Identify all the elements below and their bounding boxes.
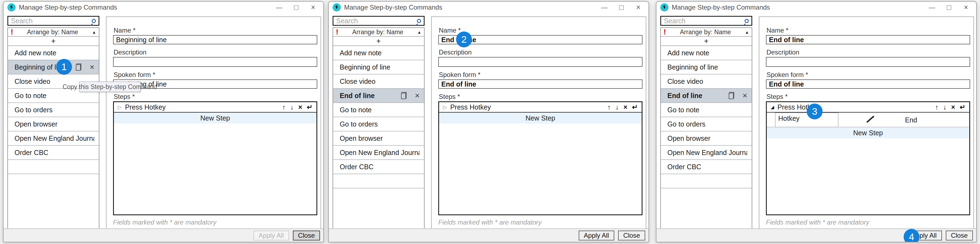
list-item[interactable]: Go to note xyxy=(333,103,424,117)
apply-all-button[interactable]: Apply All xyxy=(253,231,289,241)
list-item[interactable]: Beginning of line xyxy=(661,60,752,75)
maximize-icon[interactable]: □ xyxy=(940,3,958,12)
move-step-up-icon[interactable]: ↑ xyxy=(282,103,285,111)
search-input[interactable]: Search xyxy=(660,16,752,26)
list-item[interactable]: Open New England Journal xyxy=(333,146,424,160)
list-item-selected[interactable]: Beginning of line × xyxy=(8,60,99,75)
new-step-row[interactable]: New Step xyxy=(114,113,317,123)
copy-command-icon[interactable] xyxy=(401,92,407,99)
maximize-icon[interactable]: □ xyxy=(288,3,305,12)
move-step-down-icon[interactable]: ↓ xyxy=(943,103,947,111)
sort-ascending-icon[interactable]: ▲ xyxy=(417,30,421,35)
close-window-icon[interactable]: × xyxy=(958,3,975,12)
close-window-icon[interactable]: × xyxy=(630,3,647,12)
search-icon[interactable] xyxy=(745,19,749,23)
undo-step-icon[interactable]: ↵ xyxy=(632,103,638,111)
list-item-label: Go to note xyxy=(14,92,94,100)
list-item[interactable]: Open browser xyxy=(333,131,424,146)
copy-command-icon[interactable] xyxy=(729,92,734,99)
list-item[interactable]: Order CBC xyxy=(661,160,752,174)
undo-step-icon[interactable]: ↵ xyxy=(307,103,313,111)
description-field[interactable] xyxy=(438,57,643,67)
list-item-selected[interactable]: End of line × xyxy=(333,89,424,103)
list-item[interactable]: Open New England Journal xyxy=(661,146,752,160)
titlebar[interactable]: Manage Step-by-step Commands — □ × xyxy=(3,2,323,13)
list-item[interactable]: Go to orders xyxy=(333,117,424,131)
delete-command-icon[interactable]: × xyxy=(742,91,747,100)
delete-command-icon[interactable]: × xyxy=(415,91,420,100)
search-icon[interactable] xyxy=(92,19,96,23)
list-item-label: Add new note xyxy=(667,49,747,57)
list-item[interactable]: Open browser xyxy=(8,117,99,131)
minimize-icon[interactable]: — xyxy=(596,3,613,11)
list-item[interactable]: Order CBC xyxy=(333,160,424,174)
delete-command-icon[interactable]: × xyxy=(89,63,94,71)
expander-collapsed-icon[interactable]: ▷ xyxy=(118,104,122,110)
search-input[interactable]: Search xyxy=(332,16,425,26)
search-icon[interactable] xyxy=(417,19,421,23)
delete-step-icon[interactable]: × xyxy=(951,103,955,111)
delete-step-icon[interactable]: × xyxy=(623,103,627,111)
hotkey-field[interactable]: Hotkey xyxy=(775,113,838,128)
expander-collapsed-icon[interactable]: ▷ xyxy=(443,104,447,110)
list-item[interactable]: Go to orders xyxy=(8,103,99,117)
list-item[interactable]: Open browser xyxy=(661,131,752,146)
list-item[interactable]: Beginning of line xyxy=(333,60,424,75)
step-row-press-hotkey[interactable]: ◢ Press Hotkey ↑ ↓ × ↵ xyxy=(767,102,969,113)
list-item[interactable]: Close video xyxy=(661,75,752,89)
apply-all-button[interactable]: Apply All xyxy=(579,231,614,241)
arrange-by-header[interactable]: ! Arrange by: Name ▲ xyxy=(333,28,424,37)
step-row-press-hotkey[interactable]: ▷ Press Hotkey ↑ ↓ × ↵ xyxy=(439,102,642,113)
new-step-row[interactable]: New Step xyxy=(767,128,969,138)
annotation-badge-3: 3 xyxy=(807,104,822,120)
search-input[interactable]: Search xyxy=(7,16,99,26)
list-item-selected[interactable]: End of line × xyxy=(661,89,752,103)
add-command-button[interactable]: + xyxy=(333,37,424,46)
undo-step-icon[interactable]: ↵ xyxy=(960,103,966,111)
name-field[interactable]: End of line xyxy=(766,35,970,45)
list-item-label: Add new note xyxy=(14,49,94,57)
edit-pencil-icon[interactable] xyxy=(865,116,876,124)
close-button[interactable]: Close xyxy=(293,231,320,241)
list-item[interactable]: Add new note xyxy=(333,46,424,60)
list-item[interactable]: Go to note xyxy=(661,103,752,117)
minimize-icon[interactable]: — xyxy=(271,3,288,11)
step-row-press-hotkey[interactable]: ▷ Press Hotkey ↑ ↓ × ↵ xyxy=(114,102,317,113)
copy-command-icon[interactable] xyxy=(76,64,81,71)
close-button[interactable]: Close xyxy=(946,231,973,241)
spoken-form-field[interactable]: End of line xyxy=(438,80,643,89)
delete-step-icon[interactable]: × xyxy=(298,103,302,111)
maximize-icon[interactable]: □ xyxy=(613,3,630,12)
move-step-up-icon[interactable]: ↑ xyxy=(607,103,611,111)
list-item[interactable]: Order CBC xyxy=(8,146,99,160)
list-item[interactable]: Open New England Journal xyxy=(8,131,99,146)
list-item[interactable]: Close video xyxy=(333,75,424,89)
list-item[interactable]: Add new note xyxy=(8,46,99,60)
sort-ascending-icon[interactable]: ▲ xyxy=(745,30,749,35)
expander-expanded-icon[interactable]: ◢ xyxy=(771,104,774,110)
add-command-button[interactable]: + xyxy=(8,37,99,46)
close-window-icon[interactable]: × xyxy=(305,3,321,12)
add-command-button[interactable]: + xyxy=(661,37,752,46)
list-item[interactable]: Add new note xyxy=(661,46,752,60)
new-step-row[interactable]: New Step xyxy=(439,113,642,123)
description-field[interactable] xyxy=(113,57,317,67)
titlebar[interactable]: Manage Step-by-step Commands — □ × xyxy=(329,2,649,13)
move-step-up-icon[interactable]: ↑ xyxy=(935,103,939,111)
titlebar[interactable]: Manage Step-by-step Commands — □ × xyxy=(656,2,976,13)
close-button[interactable]: Close xyxy=(618,231,645,241)
name-field[interactable]: Beginning of line xyxy=(113,35,317,45)
move-step-down-icon[interactable]: ↓ xyxy=(616,103,619,111)
sort-ascending-icon[interactable]: ▲ xyxy=(92,30,96,35)
list-item-label: Order CBC xyxy=(667,163,747,171)
list-item[interactable]: Go to orders xyxy=(661,117,752,131)
minimize-icon[interactable]: — xyxy=(924,3,940,11)
list-item-label: Close video xyxy=(667,78,747,85)
description-field[interactable] xyxy=(766,57,970,67)
move-step-down-icon[interactable]: ↓ xyxy=(290,103,294,111)
steps-list: ▷ Press Hotkey ↑ ↓ × ↵ New Step xyxy=(438,101,643,215)
arrange-by-header[interactable]: ! Arrange by: Name ▲ xyxy=(8,28,99,37)
spoken-form-field[interactable]: End of line xyxy=(766,80,970,89)
list-item-label: Go to orders xyxy=(14,106,94,114)
arrange-by-header[interactable]: ! Arrange by: Name ▲ xyxy=(661,28,752,37)
